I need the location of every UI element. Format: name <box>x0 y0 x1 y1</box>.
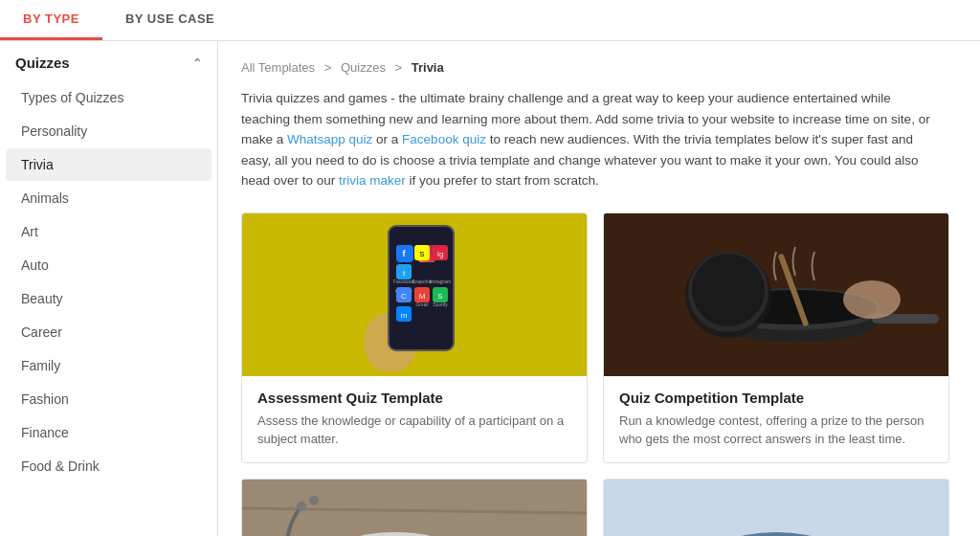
card-assessment-quiz-image: f 👻 f <box>242 213 587 376</box>
sidebar-item-finance[interactable]: Finance <box>6 416 212 449</box>
svg-text:Instagram: Instagram <box>430 279 451 284</box>
card-quiz-competition-body: Quiz Competition Template Run a knowledg… <box>604 376 948 462</box>
sidebar-section-quizzes[interactable]: Quizzes ⌃ <box>0 41 217 80</box>
svg-rect-61 <box>604 480 948 536</box>
layout: Quizzes ⌃ Types of Quizzes Personality T… <box>0 41 980 536</box>
cooking-svg <box>604 213 948 376</box>
cards-grid: f 👻 f <box>241 212 949 536</box>
card-assessment-quiz-desc: Assess the knowledge or capability of a … <box>257 412 571 449</box>
card-quiz-competition-image <box>604 213 948 376</box>
tab-by-type[interactable]: BY TYPE <box>0 0 102 40</box>
card-quiz-competition[interactable]: Quiz Competition Template Run a knowledg… <box>603 212 949 463</box>
svg-text:C: C <box>401 292 407 301</box>
sidebar-item-trivia[interactable]: Trivia <box>6 148 212 181</box>
page-description: Trivia quizzes and games - the ultimate … <box>241 88 930 191</box>
chevron-up-icon: ⌃ <box>192 56 202 70</box>
breadcrumb: All Templates > Quizzes > Trivia <box>241 60 957 75</box>
desc-text-2: or a <box>372 132 402 146</box>
car-svg <box>604 480 948 536</box>
svg-point-36 <box>843 280 901 319</box>
sidebar: Quizzes ⌃ Types of Quizzes Personality T… <box>0 41 218 536</box>
card-assessment-quiz-body: Assessment Quiz Template Assess the know… <box>242 376 587 462</box>
breadcrumb-quizzes[interactable]: Quizzes <box>341 60 386 75</box>
card-car[interactable] <box>603 479 949 536</box>
svg-text:Spotify: Spotify <box>433 302 448 307</box>
tab-by-use-case[interactable]: BY USE CASE <box>102 0 237 40</box>
sidebar-item-auto[interactable]: Auto <box>6 249 212 281</box>
sidebar-item-personality[interactable]: Personality <box>6 115 212 147</box>
breadcrumb-sep-1: > <box>324 60 332 75</box>
svg-point-49 <box>309 496 319 505</box>
card-health-image <box>242 480 587 536</box>
main-content: All Templates > Quizzes > Trivia Trivia … <box>218 41 980 536</box>
svg-point-48 <box>297 502 306 511</box>
sidebar-item-art[interactable]: Art <box>6 215 212 248</box>
sidebar-item-family[interactable]: Family <box>6 349 212 382</box>
sidebar-item-beauty[interactable]: Beauty <box>6 282 212 315</box>
breadcrumb-all-templates[interactable]: All Templates <box>241 60 315 75</box>
card-car-image <box>604 480 948 536</box>
card-assessment-quiz-title: Assessment Quiz Template <box>257 390 571 406</box>
card-health[interactable] <box>241 479 588 536</box>
sidebar-section-label: Quizzes <box>15 55 70 71</box>
sidebar-item-types-of-quizzes[interactable]: Types of Quizzes <box>6 81 212 114</box>
svg-text:S: S <box>419 250 424 258</box>
card-quiz-competition-desc: Run a knowledge contest, offering a priz… <box>619 412 933 449</box>
breadcrumb-current: Trivia <box>412 60 444 75</box>
sidebar-item-fashion[interactable]: Fashion <box>6 383 212 415</box>
breadcrumb-sep-2: > <box>395 60 403 75</box>
sidebar-item-food-drink[interactable]: Food & Drink <box>6 450 212 482</box>
desc-text-4: if you prefer to start from scratch. <box>406 173 599 188</box>
top-nav: BY TYPE BY USE CASE <box>0 0 980 41</box>
sidebar-item-career[interactable]: Career <box>6 316 212 348</box>
svg-text:Gmail: Gmail <box>415 302 428 307</box>
card-assessment-quiz[interactable]: f 👻 f <box>241 212 588 463</box>
sidebar-item-animals[interactable]: Animals <box>6 182 212 214</box>
svg-text:Ig: Ig <box>437 250 444 258</box>
svg-point-39 <box>692 254 765 326</box>
card-quiz-competition-title: Quiz Competition Template <box>619 390 933 406</box>
trivia-maker-link[interactable]: trivia maker <box>339 173 406 188</box>
facebook-quiz-link[interactable]: Facebook quiz <box>402 132 486 146</box>
svg-text:S: S <box>437 292 442 301</box>
svg-text:M: M <box>419 292 426 301</box>
health-svg <box>242 480 587 536</box>
phone-svg: f 👻 f <box>362 218 467 371</box>
svg-text:m: m <box>401 311 408 320</box>
whatsapp-quiz-link[interactable]: Whatsapp quiz <box>287 132 372 146</box>
